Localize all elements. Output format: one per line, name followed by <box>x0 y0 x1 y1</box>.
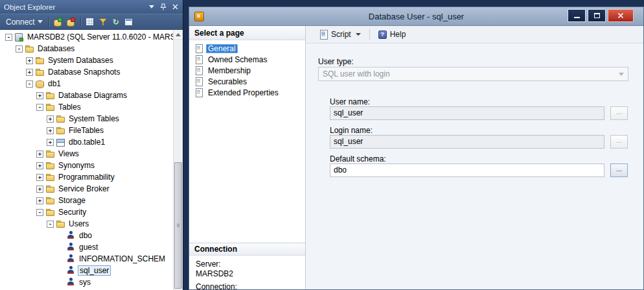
pin-button[interactable] <box>158 2 168 12</box>
tree-item-label: Security <box>57 208 87 217</box>
expand-icon[interactable]: + <box>36 162 43 169</box>
tree-item-databases[interactable]: -Databases <box>0 43 183 54</box>
user-type-value: SQL user with login <box>323 69 390 79</box>
user-name-browse-button[interactable]: ... <box>610 106 628 120</box>
object-explorer-toolbar: Connect <box>0 14 183 29</box>
tree-item-database-snapshots[interactable]: +Database Snapshots <box>0 66 183 78</box>
collapse-icon[interactable]: - <box>47 221 54 228</box>
tree-item-label: Database Diagrams <box>57 91 128 100</box>
page-item-label: Securables <box>206 77 249 86</box>
tree-item-label: Service Broker <box>57 184 111 193</box>
tree-item-label: guest <box>78 243 99 252</box>
default-schema-browse-button[interactable]: ... <box>610 163 628 177</box>
object-explorer-panel: Object Explorer Connect -MARSDB2 ( <box>0 0 183 290</box>
expand-icon[interactable]: + <box>26 57 33 64</box>
toolbar-separator <box>80 17 81 27</box>
collapse-icon[interactable]: - <box>36 104 43 111</box>
tree-item-sql-user[interactable]: sql_user <box>0 265 183 276</box>
connect-object-button[interactable] <box>52 16 65 29</box>
collapse-icon[interactable]: - <box>5 34 12 41</box>
expand-icon[interactable]: + <box>47 139 54 146</box>
folder-icon <box>56 126 65 135</box>
login-name-field[interactable]: sql_user <box>330 135 604 149</box>
user-name-field[interactable]: sql_user <box>330 106 604 120</box>
tree-item-server[interactable]: -MARSDB2 (SQL Server 11.0.6020 - MARSD <box>0 31 183 43</box>
tree-item-label: Storage <box>57 196 87 205</box>
connection-info: Server: MARSDB2 Connection: <box>189 256 305 289</box>
tree-item-filetables[interactable]: +FileTables <box>0 125 183 136</box>
maximize-button[interactable] <box>588 9 606 22</box>
tree-item-dbo-user[interactable]: dbo <box>0 230 183 241</box>
expand-icon[interactable]: + <box>36 197 43 204</box>
tree-item-label: sys <box>78 278 92 287</box>
expand-icon[interactable]: + <box>36 92 43 99</box>
page-item-membership[interactable]: Membership <box>189 65 305 76</box>
tree-item-views[interactable]: +Views <box>0 148 183 160</box>
tree-item-security[interactable]: -Security <box>0 206 183 218</box>
tree-item-system-databases[interactable]: +System Databases <box>0 54 183 66</box>
tree-item-db1[interactable]: -db1 <box>0 78 183 90</box>
tree-item-tables[interactable]: -Tables <box>0 101 183 113</box>
refresh-button[interactable] <box>109 16 122 29</box>
page-item-securables[interactable]: Securables <box>189 76 305 87</box>
tree-item-programmability[interactable]: +Programmability <box>0 171 183 183</box>
close-panel-button[interactable] <box>170 2 180 12</box>
page-item-owned-schemas[interactable]: Owned Schemas <box>189 54 305 65</box>
refresh-icon <box>113 18 119 27</box>
tree-item-service-broker[interactable]: +Service Broker <box>0 183 183 195</box>
page-icon <box>194 44 204 53</box>
script-button-label: Script <box>331 30 351 39</box>
collapse-icon[interactable]: - <box>26 80 33 88</box>
tree-item-synonyms[interactable]: +Synonyms <box>0 160 183 171</box>
tree-item-label: Programmability <box>57 173 116 182</box>
page-list: General Owned Schemas Membership Securab… <box>189 40 305 243</box>
page-item-extended-properties[interactable]: Extended Properties <box>189 87 305 98</box>
maximize-icon <box>594 13 600 18</box>
help-button[interactable]: Help <box>374 28 410 41</box>
tree-item-system-tables[interactable]: +System Tables <box>0 113 183 125</box>
panel-menu-button[interactable] <box>146 2 157 12</box>
server-value: MARSDB2 <box>196 269 299 279</box>
activity-monitor-button[interactable] <box>122 16 135 29</box>
collapse-icon[interactable]: - <box>36 209 43 216</box>
tree-item-database-diagrams[interactable]: +Database Diagrams <box>0 90 183 101</box>
tree-item-sys-user[interactable]: sys <box>0 276 183 288</box>
scrollbar-thumb[interactable] <box>174 162 182 289</box>
login-name-browse-button[interactable]: ... <box>610 135 628 149</box>
dialog-titlebar[interactable]: Database User - sql_user <box>189 7 643 26</box>
user-type-combobox[interactable]: SQL user with login <box>318 67 628 81</box>
object-details-button[interactable] <box>84 16 97 29</box>
page-icon <box>194 77 204 86</box>
tree-item-guest-user[interactable]: guest <box>0 241 183 253</box>
expand-icon[interactable]: + <box>26 69 33 76</box>
expand-icon[interactable]: + <box>47 127 54 134</box>
expand-icon[interactable]: + <box>36 151 43 158</box>
page-icon <box>194 55 204 64</box>
expand-icon[interactable]: + <box>36 174 43 181</box>
tree-item-storage[interactable]: +Storage <box>0 195 183 206</box>
chevron-down-icon <box>38 20 43 23</box>
database-icon <box>35 79 45 88</box>
tree-item-information-schema-user[interactable]: INFORMATION_SCHEM <box>0 253 183 265</box>
tree-item-users[interactable]: -Users <box>0 218 183 230</box>
user-icon <box>66 278 76 287</box>
page-item-label: Owned Schemas <box>206 55 269 64</box>
expand-icon[interactable]: + <box>36 186 43 193</box>
filter-button[interactable] <box>97 16 109 29</box>
scroll-up-button[interactable] <box>174 30 183 40</box>
default-schema-field[interactable]: dbo <box>330 163 604 177</box>
connect-button[interactable]: Connect <box>3 16 46 28</box>
expand-icon[interactable]: + <box>47 115 54 123</box>
vertical-scrollbar[interactable] <box>173 30 183 290</box>
help-icon <box>378 30 387 39</box>
general-page-content: Script Help User type: SQL user with log… <box>306 26 643 289</box>
close-button[interactable] <box>608 9 634 22</box>
tree-item-dbo-table1[interactable]: +dbo.table1 <box>0 136 183 148</box>
collapse-icon[interactable]: - <box>16 45 23 53</box>
minimize-button[interactable] <box>568 9 586 22</box>
close-icon <box>172 4 178 10</box>
script-button[interactable]: Script <box>316 28 365 41</box>
close-icon <box>617 12 624 19</box>
disconnect-button[interactable] <box>65 16 78 29</box>
page-item-general[interactable]: General <box>189 43 305 54</box>
